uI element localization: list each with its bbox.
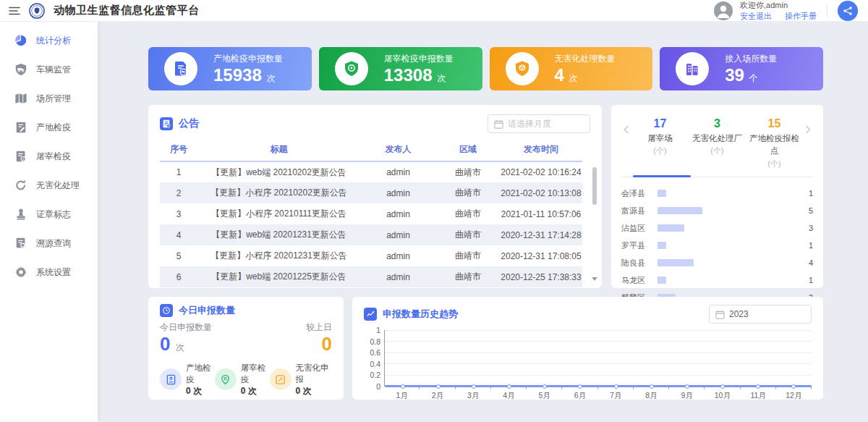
tab-underline-track: [621, 175, 813, 177]
column-header: 标题: [197, 138, 360, 161]
x-tick-label: 3月: [456, 389, 491, 401]
column-header: 发布时间: [500, 138, 582, 161]
stat-card-label: 无害化处理数量: [555, 53, 616, 65]
main-content: 产地检疫申报数量 15938 次 屠宰检疫申报数量 13308 次 无害化处: [98, 22, 868, 422]
hamburger-icon[interactable]: [9, 6, 20, 16]
sidebar-item-slaughter-quarantine[interactable]: 屠宰检疫: [0, 142, 98, 171]
calendar-icon: [715, 310, 725, 319]
bar-row: 会泽县 1: [621, 185, 813, 202]
scroll-down-arrow-icon[interactable]: [592, 277, 597, 281]
gridline: [385, 363, 812, 364]
facility-tab-inspection-point[interactable]: 15 产地检疫报检点 (个): [746, 115, 803, 169]
stat-card-harmless-treatment: 无害化处理数量 4 次: [490, 47, 653, 90]
today-panel: 今日申报数量 今日申报数量 0 次 较上日 0: [148, 297, 344, 400]
line-chart-icon: [364, 308, 377, 321]
data-point: [507, 384, 511, 389]
month-picker[interactable]: 请选择月度: [488, 114, 590, 133]
bar-fill: [658, 259, 694, 266]
cell-index: 6: [160, 266, 197, 287]
today-item-value: 0 次: [241, 385, 270, 397]
sidebar-item-settings[interactable]: 系统设置: [0, 258, 98, 287]
chevron-left-icon[interactable]: [621, 115, 631, 134]
manual-link[interactable]: 操作手册: [785, 11, 817, 21]
today-item-label: 无害化申报: [296, 362, 332, 385]
sidebar-item-label: 证章标志: [36, 208, 71, 221]
pen-icon: [270, 368, 292, 390]
table-scrollbar[interactable]: [592, 167, 597, 281]
sidebar-item-label: 统计分析: [36, 35, 71, 47]
x-tick-label: 9月: [669, 389, 705, 401]
bar-track: [658, 207, 796, 214]
sidebar-item-label: 场所管理: [36, 93, 71, 105]
share-nodes-icon: [843, 6, 853, 16]
facility-tab-slaughterhouse[interactable]: 17 屠宰场 (个): [631, 115, 689, 169]
bar-category: 沾益区: [621, 223, 652, 234]
sidebar-item-certificates[interactable]: 证章标志: [0, 200, 98, 229]
data-point: [578, 384, 582, 389]
shield-box-icon: [506, 52, 539, 85]
y-tick-label: 0.8: [370, 337, 380, 346]
cell-title: 【更新】web端 20210202更新公告: [197, 161, 360, 182]
today-title: 今日申报数量: [179, 304, 235, 317]
shield-check-icon: [335, 52, 368, 85]
data-point: [472, 384, 476, 389]
cell-index: 2: [160, 182, 197, 203]
sidebar-item-label: 屠宰检疫: [36, 151, 71, 163]
sidebar: 统计分析 车辆监管 场所管理 产地检疫 屠宰检疫: [0, 22, 98, 422]
cell-index: 5: [160, 245, 197, 266]
share-button[interactable]: [838, 1, 858, 21]
column-header: 序号: [160, 138, 197, 161]
sidebar-item-origin-quarantine[interactable]: 产地检疫: [0, 113, 98, 142]
bar-category: 富源县: [621, 206, 652, 216]
cell-title: 【更新】小程序 20210111更新公告: [197, 203, 360, 224]
sidebar-item-label: 车辆监管: [36, 64, 71, 76]
avatar[interactable]: [714, 1, 733, 20]
facility-label: 无害化处理厂: [689, 132, 746, 145]
bar-value: 1: [801, 276, 813, 284]
welcome-text: 欢迎你,admin: [740, 0, 817, 10]
bar-track: [658, 242, 796, 249]
column-header: 发布人: [360, 138, 436, 161]
cell-time: 2020-12-31 17:14:28: [500, 224, 582, 245]
cell-title: 【更新】小程序 20201231更新公告: [197, 245, 360, 266]
sidebar-item-harmless-treatment[interactable]: 无害化处理: [0, 171, 98, 200]
stat-card-label: 接入场所数量: [725, 53, 777, 65]
sidebar-item-premises[interactable]: 场所管理: [0, 84, 98, 113]
gridline: [385, 341, 812, 342]
stat-card-connected-premises: 接入场所数量 39 个: [660, 47, 823, 90]
today-item-value: 0 次: [186, 385, 215, 397]
y-tick-label: 0.2: [370, 371, 380, 379]
bar-category: 陆良县: [621, 258, 652, 269]
sidebar-item-traceability[interactable]: 溯源查询: [0, 229, 98, 258]
announcement-icon: [160, 117, 173, 130]
cell-region: 曲靖市: [436, 245, 500, 266]
year-picker[interactable]: 2023: [709, 305, 812, 324]
sidebar-item-vehicle[interactable]: 车辆监管: [0, 55, 98, 84]
facility-value: 15: [746, 115, 803, 132]
cell-publisher: admin: [360, 203, 436, 224]
year-picker-value: 2023: [729, 309, 749, 319]
x-tick-label: 1月: [384, 389, 420, 401]
cell-time: 2021-02-02 10:13:08: [500, 182, 582, 203]
scrollbar-thumb[interactable]: [592, 167, 597, 205]
stat-card-label: 屠宰检疫申报数量: [384, 53, 454, 65]
stat-card-slaughter-quarantine: 屠宰检疫申报数量 13308 次: [319, 47, 482, 90]
trace-search-icon: [14, 237, 27, 250]
facility-tab-harmless-plant[interactable]: 3 无害化处理厂 (个): [689, 115, 746, 169]
data-point: [614, 384, 618, 389]
data-point-markers: [385, 384, 812, 389]
sidebar-item-statistics[interactable]: 统计分析: [0, 26, 98, 55]
month-picker-placeholder: 请选择月度: [508, 118, 551, 130]
logout-link[interactable]: 安全退出: [740, 11, 772, 21]
stat-card-unit: 次: [266, 73, 275, 83]
gridline: [385, 353, 812, 353]
data-point: [542, 384, 547, 389]
stamp-icon: [14, 208, 27, 221]
cell-publisher: admin: [360, 161, 436, 182]
facility-unit: (个): [631, 145, 689, 157]
chevron-right-icon[interactable]: [803, 115, 813, 134]
today-item-origin: 产地检疫 0 次: [160, 362, 215, 397]
document-truck-icon: [164, 52, 197, 85]
bar-row: 陆良县 4: [621, 254, 813, 271]
data-point: [650, 384, 654, 389]
